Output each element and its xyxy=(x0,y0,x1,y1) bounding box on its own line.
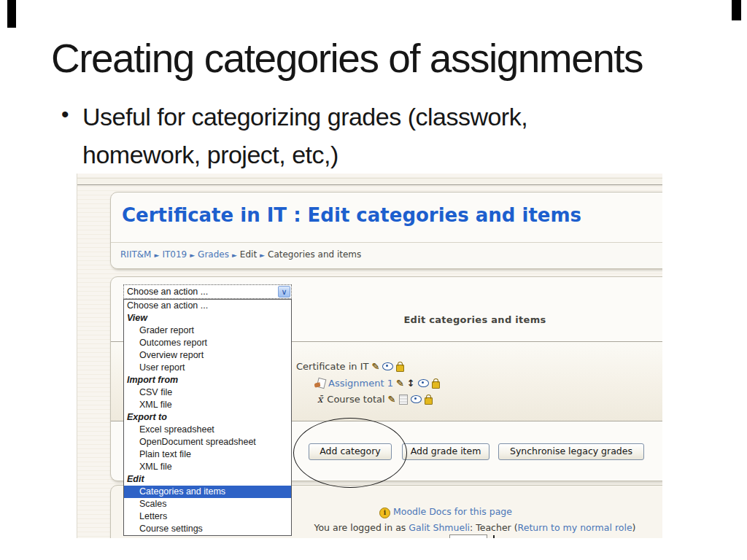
menu-item-grader-report[interactable]: Grader report xyxy=(124,324,291,337)
mean-symbol: x̄ xyxy=(317,394,322,405)
menu-group-import-from: Import from xyxy=(124,374,291,386)
select-value: Choose an action ... xyxy=(127,287,208,297)
choose-action-menu: Choose an action ... View Grader report … xyxy=(123,299,292,536)
menu-item-choose-an-action[interactable]: Choose an action ... xyxy=(124,300,291,312)
menu-item-overview-report[interactable]: Overview report xyxy=(124,349,291,362)
black-edge-mark-right xyxy=(732,0,741,20)
login-status-line: You are logged in as Galit Shmueli: Teac… xyxy=(256,522,662,533)
header-panel: Certificate in IT : Edit categories and … xyxy=(110,192,662,269)
lock-icon[interactable] xyxy=(425,397,433,405)
menu-item-xml-file-import[interactable]: XML file xyxy=(124,399,291,411)
menu-item-plain-text-file[interactable]: Plain text file xyxy=(124,448,291,461)
show-hide-eye-icon[interactable] xyxy=(382,362,393,370)
breadcrumb: RIIT&M►IT019►Grades►Edit►Categories and … xyxy=(111,242,662,268)
menu-item-categories-and-items[interactable]: Categories and items xyxy=(124,486,291,498)
menu-group-edit: Edit xyxy=(124,473,291,486)
assignment-icon xyxy=(314,378,325,388)
lock-icon[interactable] xyxy=(432,381,440,389)
info-icon[interactable]: i xyxy=(379,508,390,518)
category-label: Certificate in IT xyxy=(296,361,368,372)
breadcrumb-it019[interactable]: IT019 xyxy=(162,249,187,260)
show-hide-eye-icon[interactable] xyxy=(411,395,422,403)
show-hide-eye-icon[interactable] xyxy=(418,379,429,387)
chevron-down-icon[interactable]: ∨ xyxy=(278,286,290,298)
bullet-line-2: homework, project, etc,) xyxy=(82,136,645,174)
menu-item-outcomes-report[interactable]: Outcomes report xyxy=(124,337,291,349)
section-heading: Edit categories and items xyxy=(252,314,662,325)
lock-icon[interactable] xyxy=(396,365,404,372)
breadcrumb-grades[interactable]: Grades xyxy=(198,249,229,260)
menu-item-user-report[interactable]: User report xyxy=(124,362,291,374)
breadcrumb-categories-and-items: Categories and items xyxy=(268,249,361,260)
calculator-icon[interactable] xyxy=(399,394,408,405)
slide-title: Creating categories of assignments xyxy=(51,38,722,80)
menu-item-letters[interactable]: Letters xyxy=(124,510,291,523)
return-role-link[interactable]: Return to my normal role xyxy=(518,522,632,533)
breadcrumb-separator: ► xyxy=(187,252,198,259)
edit-icon[interactable]: ✎ xyxy=(396,378,404,388)
moodle-screenshot: Certificate in IT : Edit categories and … xyxy=(77,174,662,538)
breadcrumb-separator: ► xyxy=(151,252,162,259)
login-mid: : Teacher ( xyxy=(470,522,518,533)
synchronise-legacy-grades-button[interactable]: Synchronise legacy grades xyxy=(498,443,644,460)
tree-row-course-total: x̄ Course total ✎ xyxy=(317,393,433,405)
menu-item-xml-file-export[interactable]: XML file xyxy=(124,461,291,473)
user-link[interactable]: Galit Shmueli xyxy=(409,522,470,533)
breadcrumb-riitm[interactable]: RIIT&M xyxy=(120,249,151,260)
add-grade-item-button[interactable]: Add grade item xyxy=(402,443,489,460)
edit-icon[interactable]: ✎ xyxy=(371,362,379,371)
bullet-line-1: Useful for categorizing grades (classwor… xyxy=(82,98,645,136)
breadcrumb-separator: ► xyxy=(229,252,240,259)
tree-row-assignment: Assignment 1 ✎ ↕ xyxy=(314,377,440,389)
menu-item-scales[interactable]: Scales xyxy=(124,498,291,510)
course-short-button[interactable]: IT019 xyxy=(449,534,487,538)
bullet-marker: • xyxy=(61,102,69,127)
login-suffix: ) xyxy=(632,522,636,533)
bullet-text: Useful for categorizing grades (classwor… xyxy=(82,98,645,174)
moodle-docs-link[interactable]: Moodle Docs for this page xyxy=(393,506,512,517)
move-up-down-icon[interactable]: ↕ xyxy=(407,378,415,388)
edit-icon[interactable]: ✎ xyxy=(388,394,396,404)
bullet-item: • Useful for categorizing grades (classw… xyxy=(61,98,645,174)
page-title: Certificate in IT : Edit categories and … xyxy=(122,204,581,226)
tree-row-category: Certificate in IT ✎ xyxy=(296,360,404,373)
menu-item-excel-spreadsheet[interactable]: Excel spreadsheet xyxy=(124,424,291,436)
slide: Creating categories of assignments • Use… xyxy=(0,0,747,560)
menu-item-csv-file[interactable]: CSV file xyxy=(124,386,291,399)
course-total-label: Course total xyxy=(327,394,384,405)
login-prefix: You are logged in as xyxy=(314,522,409,533)
caret-mark xyxy=(493,535,495,538)
breadcrumb-separator: ► xyxy=(257,252,268,259)
choose-action-select[interactable]: Choose an action ... ∨ xyxy=(123,284,292,299)
assignment-link[interactable]: Assignment 1 xyxy=(328,378,393,389)
menu-group-export-to: Export to xyxy=(124,411,291,424)
top-toolbar-remnant xyxy=(77,178,662,185)
menu-item-opendocument-spreadsheet[interactable]: OpenDocument spreadsheet xyxy=(124,436,291,448)
menu-item-course-settings[interactable]: Course settings xyxy=(124,523,291,535)
breadcrumb-edit: Edit xyxy=(240,249,257,260)
black-edge-mark-left xyxy=(7,0,16,28)
moodle-docs-line: i Moodle Docs for this page xyxy=(300,506,592,518)
highlight-ellipse-annotation xyxy=(293,418,407,488)
menu-group-view: View xyxy=(124,312,291,324)
